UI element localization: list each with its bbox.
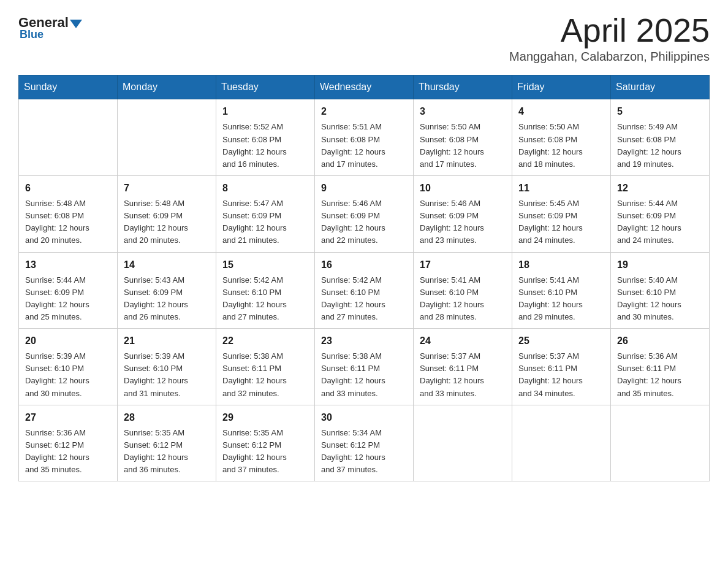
calendar-cell: 10Sunrise: 5:46 AM Sunset: 6:09 PM Dayli… [414, 175, 512, 252]
calendar-day-header: Thursday [414, 75, 512, 99]
calendar-cell: 28Sunrise: 5:35 AM Sunset: 6:12 PM Dayli… [118, 405, 216, 481]
calendar-cell: 29Sunrise: 5:35 AM Sunset: 6:12 PM Dayli… [216, 405, 315, 481]
calendar-cell: 16Sunrise: 5:42 AM Sunset: 6:10 PM Dayli… [315, 252, 414, 329]
calendar-cell: 19Sunrise: 5:40 AM Sunset: 6:10 PM Dayli… [611, 252, 710, 329]
calendar-day-header: Monday [118, 75, 216, 99]
calendar-cell: 26Sunrise: 5:36 AM Sunset: 6:11 PM Dayli… [611, 329, 710, 405]
calendar-cell [512, 405, 611, 481]
cell-day-number: 26 [617, 334, 703, 348]
calendar-cell: 1Sunrise: 5:52 AM Sunset: 6:08 PM Daylig… [216, 99, 315, 176]
cell-day-number: 9 [321, 181, 407, 196]
calendar-cell: 24Sunrise: 5:37 AM Sunset: 6:11 PM Dayli… [414, 329, 512, 405]
calendar-week-row: 13Sunrise: 5:44 AM Sunset: 6:09 PM Dayli… [19, 252, 710, 329]
cell-day-number: 22 [222, 334, 308, 348]
cell-info-text: Sunrise: 5:35 AM Sunset: 6:12 PM Dayligh… [222, 427, 308, 477]
cell-day-number: 3 [420, 104, 506, 119]
cell-day-number: 23 [321, 334, 407, 348]
calendar-cell: 22Sunrise: 5:38 AM Sunset: 6:11 PM Dayli… [216, 329, 315, 405]
calendar-cell: 11Sunrise: 5:45 AM Sunset: 6:09 PM Dayli… [512, 175, 611, 252]
page-header: General Blue April 2025 Manggahan, Calab… [18, 12, 710, 64]
calendar-day-header: Saturday [611, 75, 710, 99]
cell-day-number: 4 [518, 104, 604, 119]
calendar-cell: 3Sunrise: 5:50 AM Sunset: 6:08 PM Daylig… [414, 99, 512, 176]
cell-info-text: Sunrise: 5:38 AM Sunset: 6:11 PM Dayligh… [222, 350, 308, 400]
logo-general: General [18, 16, 69, 29]
cell-info-text: Sunrise: 5:51 AM Sunset: 6:08 PM Dayligh… [321, 121, 407, 170]
cell-day-number: 5 [617, 104, 703, 119]
calendar-week-row: 27Sunrise: 5:36 AM Sunset: 6:12 PM Dayli… [19, 405, 710, 481]
cell-info-text: Sunrise: 5:39 AM Sunset: 6:10 PM Dayligh… [124, 350, 210, 400]
cell-day-number: 1 [222, 104, 308, 119]
page-title: April 2025 [509, 12, 710, 48]
logo-blue: Blue [20, 28, 44, 41]
cell-info-text: Sunrise: 5:34 AM Sunset: 6:12 PM Dayligh… [321, 427, 407, 477]
cell-day-number: 21 [124, 334, 210, 348]
cell-day-number: 17 [420, 258, 506, 272]
calendar-cell: 20Sunrise: 5:39 AM Sunset: 6:10 PM Dayli… [19, 329, 118, 405]
calendar-cell: 30Sunrise: 5:34 AM Sunset: 6:12 PM Dayli… [315, 405, 414, 481]
calendar-cell: 21Sunrise: 5:39 AM Sunset: 6:10 PM Dayli… [118, 329, 216, 405]
calendar-cell [611, 405, 710, 481]
calendar-cell: 8Sunrise: 5:47 AM Sunset: 6:09 PM Daylig… [216, 175, 315, 252]
cell-info-text: Sunrise: 5:42 AM Sunset: 6:10 PM Dayligh… [321, 274, 407, 324]
cell-info-text: Sunrise: 5:36 AM Sunset: 6:11 PM Dayligh… [617, 350, 703, 400]
calendar-week-row: 1Sunrise: 5:52 AM Sunset: 6:08 PM Daylig… [19, 99, 710, 176]
cell-info-text: Sunrise: 5:37 AM Sunset: 6:11 PM Dayligh… [420, 350, 506, 400]
cell-day-number: 12 [617, 181, 703, 196]
cell-info-text: Sunrise: 5:50 AM Sunset: 6:08 PM Dayligh… [518, 121, 604, 170]
calendar-cell: 13Sunrise: 5:44 AM Sunset: 6:09 PM Dayli… [19, 252, 118, 329]
cell-day-number: 18 [518, 258, 604, 272]
cell-day-number: 8 [222, 181, 308, 196]
cell-info-text: Sunrise: 5:38 AM Sunset: 6:11 PM Dayligh… [321, 350, 407, 400]
calendar-cell: 6Sunrise: 5:48 AM Sunset: 6:08 PM Daylig… [19, 175, 118, 252]
calendar-cell: 5Sunrise: 5:49 AM Sunset: 6:08 PM Daylig… [611, 99, 710, 176]
cell-day-number: 24 [420, 334, 506, 348]
cell-day-number: 6 [25, 181, 111, 196]
cell-info-text: Sunrise: 5:49 AM Sunset: 6:08 PM Dayligh… [617, 121, 703, 170]
cell-day-number: 2 [321, 104, 407, 119]
calendar-cell [19, 99, 118, 176]
calendar-week-row: 20Sunrise: 5:39 AM Sunset: 6:10 PM Dayli… [19, 329, 710, 405]
cell-day-number: 14 [124, 258, 210, 272]
cell-day-number: 20 [25, 334, 111, 348]
cell-info-text: Sunrise: 5:39 AM Sunset: 6:10 PM Dayligh… [25, 350, 111, 400]
cell-day-number: 28 [124, 410, 210, 425]
cell-day-number: 13 [25, 258, 111, 272]
calendar-cell: 14Sunrise: 5:43 AM Sunset: 6:09 PM Dayli… [118, 252, 216, 329]
cell-info-text: Sunrise: 5:46 AM Sunset: 6:09 PM Dayligh… [420, 197, 506, 247]
cell-info-text: Sunrise: 5:40 AM Sunset: 6:10 PM Dayligh… [617, 274, 703, 324]
calendar-cell: 25Sunrise: 5:37 AM Sunset: 6:11 PM Dayli… [512, 329, 611, 405]
calendar-table: SundayMondayTuesdayWednesdayThursdayFrid… [18, 75, 710, 481]
cell-info-text: Sunrise: 5:43 AM Sunset: 6:09 PM Dayligh… [124, 274, 210, 324]
calendar-day-header: Tuesday [216, 75, 315, 99]
cell-day-number: 30 [321, 410, 407, 425]
cell-day-number: 25 [518, 334, 604, 348]
cell-info-text: Sunrise: 5:37 AM Sunset: 6:11 PM Dayligh… [518, 350, 604, 400]
calendar-cell [414, 405, 512, 481]
page-subtitle: Manggahan, Calabarzon, Philippines [509, 50, 710, 64]
calendar-cell: 27Sunrise: 5:36 AM Sunset: 6:12 PM Dayli… [19, 405, 118, 481]
cell-day-number: 10 [420, 181, 506, 196]
calendar-day-header: Sunday [19, 75, 118, 99]
calendar-cell: 17Sunrise: 5:41 AM Sunset: 6:10 PM Dayli… [414, 252, 512, 329]
cell-info-text: Sunrise: 5:47 AM Sunset: 6:09 PM Dayligh… [222, 197, 308, 247]
cell-day-number: 19 [617, 258, 703, 272]
calendar-day-header: Wednesday [315, 75, 414, 99]
cell-info-text: Sunrise: 5:48 AM Sunset: 6:09 PM Dayligh… [124, 197, 210, 247]
cell-info-text: Sunrise: 5:46 AM Sunset: 6:09 PM Dayligh… [321, 197, 407, 247]
calendar-cell: 12Sunrise: 5:44 AM Sunset: 6:09 PM Dayli… [611, 175, 710, 252]
calendar-cell: 9Sunrise: 5:46 AM Sunset: 6:09 PM Daylig… [315, 175, 414, 252]
cell-info-text: Sunrise: 5:50 AM Sunset: 6:08 PM Dayligh… [420, 121, 506, 170]
cell-day-number: 29 [222, 410, 308, 425]
calendar-week-row: 6Sunrise: 5:48 AM Sunset: 6:08 PM Daylig… [19, 175, 710, 252]
cell-day-number: 16 [321, 258, 407, 272]
cell-info-text: Sunrise: 5:36 AM Sunset: 6:12 PM Dayligh… [25, 427, 111, 477]
cell-day-number: 7 [124, 181, 210, 196]
cell-day-number: 11 [518, 181, 604, 196]
calendar-cell: 15Sunrise: 5:42 AM Sunset: 6:10 PM Dayli… [216, 252, 315, 329]
calendar-cell: 7Sunrise: 5:48 AM Sunset: 6:09 PM Daylig… [118, 175, 216, 252]
calendar-cell: 18Sunrise: 5:41 AM Sunset: 6:10 PM Dayli… [512, 252, 611, 329]
title-block: April 2025 Manggahan, Calabarzon, Philip… [509, 12, 710, 64]
cell-info-text: Sunrise: 5:41 AM Sunset: 6:10 PM Dayligh… [518, 274, 604, 324]
cell-info-text: Sunrise: 5:44 AM Sunset: 6:09 PM Dayligh… [25, 274, 111, 324]
